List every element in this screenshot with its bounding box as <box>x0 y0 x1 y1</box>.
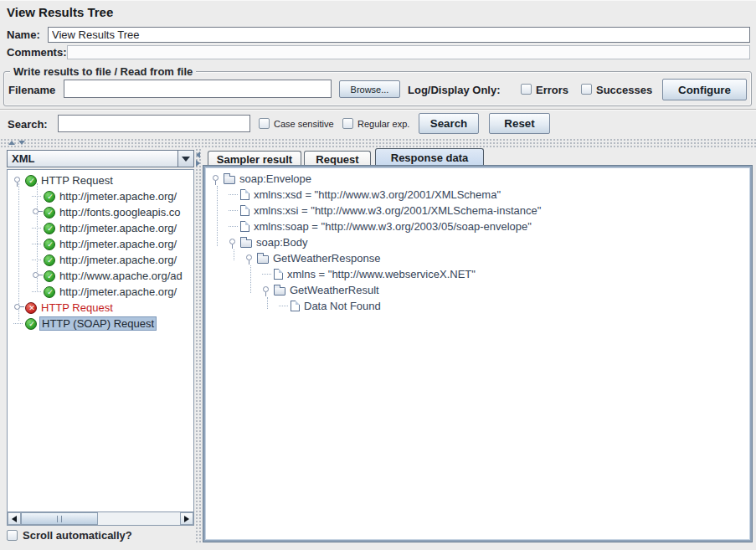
expand-handle-icon[interactable] <box>31 270 44 281</box>
comments-label: Comments: <box>7 46 67 59</box>
tree-node[interactable]: http://jmeter.apache.org/ <box>8 236 193 252</box>
tree-node-selected[interactable]: HTTP (SOAP) Request <box>8 316 193 332</box>
divider <box>0 109 756 111</box>
tree-node[interactable]: HTTP Request <box>8 300 193 316</box>
document-icon <box>240 205 249 216</box>
view-results-tree-window: View Results Tree Name: Comments: Write … <box>0 0 756 550</box>
regular-exp-label: Regular exp. <box>357 119 409 129</box>
reset-button[interactable]: Reset <box>489 113 550 134</box>
success-icon <box>44 254 55 266</box>
tree-node[interactable]: http://fonts.googleapis.co <box>8 204 193 220</box>
case-sensitive-checkbox[interactable] <box>259 118 270 129</box>
xml-node[interactable]: Data Not Found <box>207 298 748 314</box>
xml-node[interactable]: soap:Body <box>207 234 748 250</box>
filename-field[interactable] <box>64 80 332 98</box>
folder-icon <box>240 239 252 248</box>
folder-icon <box>257 255 269 264</box>
collapse-handle-icon[interactable] <box>211 173 224 184</box>
tab-response-data[interactable]: Response data <box>375 148 484 167</box>
splitter-up-icon[interactable] <box>8 141 15 145</box>
success-icon <box>44 223 55 234</box>
scroll-automatically-label: Scroll automatically? <box>23 529 132 542</box>
tree-node[interactable]: http://jmeter.apache.org/ <box>8 252 193 268</box>
tab-sampler-result[interactable]: Sampler result <box>208 151 301 167</box>
splitter-vertical[interactable] <box>195 148 203 543</box>
configure-button[interactable]: Configure <box>662 79 747 100</box>
tree-dash <box>31 286 44 297</box>
tree-dash <box>13 318 25 329</box>
xml-node[interactable]: xmlns:xsd = "http://www.w3.org/2001/XMLS… <box>207 187 748 203</box>
success-icon <box>44 191 55 203</box>
scroll-automatically-row: Scroll automatically? <box>7 529 132 542</box>
expand-handle-icon[interactable] <box>31 207 44 218</box>
renderer-value: XML <box>8 152 177 165</box>
collapse-handle-icon[interactable] <box>13 175 25 186</box>
xml-node[interactable]: GetWeatherResult <box>207 282 748 298</box>
scroll-automatically-checkbox[interactable] <box>7 530 18 541</box>
splitter-right-icon[interactable] <box>196 160 200 167</box>
filename-label: Filename <box>8 84 55 96</box>
case-sensitive-label: Case sensitive <box>274 119 334 129</box>
search-button[interactable]: Search <box>419 113 479 134</box>
tree-node[interactable]: http://jmeter.apache.org/ <box>8 220 193 236</box>
search-input[interactable] <box>58 115 250 132</box>
xml-node[interactable]: GetWeatherResponse <box>207 250 748 266</box>
page-title: View Results Tree <box>7 5 113 19</box>
tree-node[interactable]: http://www.apache.org/ad <box>8 268 193 284</box>
document-icon <box>240 221 249 232</box>
tree-dash <box>228 189 240 200</box>
xml-node[interactable]: xmlns = "http://www.webserviceX.NET" <box>207 266 748 282</box>
tree-dash <box>228 221 240 232</box>
browse-button[interactable]: Browse... <box>339 80 400 98</box>
response-xml-tree: soap:Envelope xmlns:xsd = "http://www.w3… <box>207 171 748 538</box>
tree-dash <box>31 254 44 265</box>
document-icon <box>240 189 249 200</box>
comments-field[interactable] <box>67 45 750 59</box>
arrow-right-icon <box>184 516 189 522</box>
tree-node[interactable]: http://jmeter.apache.org/ <box>8 284 193 300</box>
name-field[interactable] <box>48 27 750 43</box>
collapse-handle-icon[interactable] <box>244 253 257 264</box>
collapse-handle-icon[interactable] <box>261 285 274 296</box>
tree-node[interactable]: http://jmeter.apache.org/ <box>8 188 193 204</box>
tree-node[interactable]: HTTP Request <box>8 172 193 188</box>
log-display-only-label: Log/Display Only: <box>408 84 501 96</box>
xml-node[interactable]: xmlns:soap = "http://www.w3.org/2003/05/… <box>207 218 748 234</box>
results-tree: HTTP Request http://jmeter.apache.org/ h… <box>8 170 193 511</box>
response-data-pane: soap:Envelope xmlns:xsd = "http://www.w3… <box>203 166 752 542</box>
write-results-legend: Write results to file / Read from file <box>10 65 196 78</box>
regular-exp-checkbox[interactable] <box>342 118 353 129</box>
document-icon <box>274 269 283 280</box>
success-icon <box>25 318 37 330</box>
scrollbar-track[interactable] <box>21 512 180 525</box>
success-icon <box>44 207 55 218</box>
scroll-left-button[interactable] <box>8 512 21 525</box>
successes-checkbox[interactable] <box>581 84 592 95</box>
tree-dash <box>261 269 274 280</box>
combo-arrow-button[interactable] <box>177 151 193 167</box>
splitter-horizontal[interactable] <box>0 138 756 148</box>
success-icon <box>44 286 55 298</box>
xml-node[interactable]: xmlns:xsi = "http://www.w3.org/2001/XMLS… <box>207 203 748 218</box>
splitter-down-icon[interactable] <box>18 141 25 145</box>
errors-label: Errors <box>536 84 568 96</box>
scroll-right-button[interactable] <box>180 512 193 525</box>
success-icon <box>44 270 55 282</box>
successes-label: Successes <box>596 84 652 96</box>
xml-node[interactable]: soap:Envelope <box>207 171 748 187</box>
tab-request[interactable]: Request <box>304 151 371 167</box>
tree-dash <box>228 205 240 216</box>
splitter-left-icon[interactable] <box>196 152 200 158</box>
search-label: Search: <box>8 118 48 131</box>
grip-icon <box>57 516 62 522</box>
results-tree-pane: HTTP Request http://jmeter.apache.org/ h… <box>7 169 194 526</box>
expand-handle-icon[interactable] <box>13 302 25 313</box>
collapse-handle-icon[interactable] <box>228 237 240 248</box>
arrow-left-icon <box>12 516 17 522</box>
errors-checkbox[interactable] <box>521 84 532 95</box>
scrollbar-thumb[interactable] <box>21 512 98 525</box>
tree-dash <box>31 239 44 249</box>
folder-icon <box>224 176 235 184</box>
renderer-select[interactable]: XML <box>7 150 194 167</box>
horizontal-scrollbar[interactable] <box>8 511 193 525</box>
